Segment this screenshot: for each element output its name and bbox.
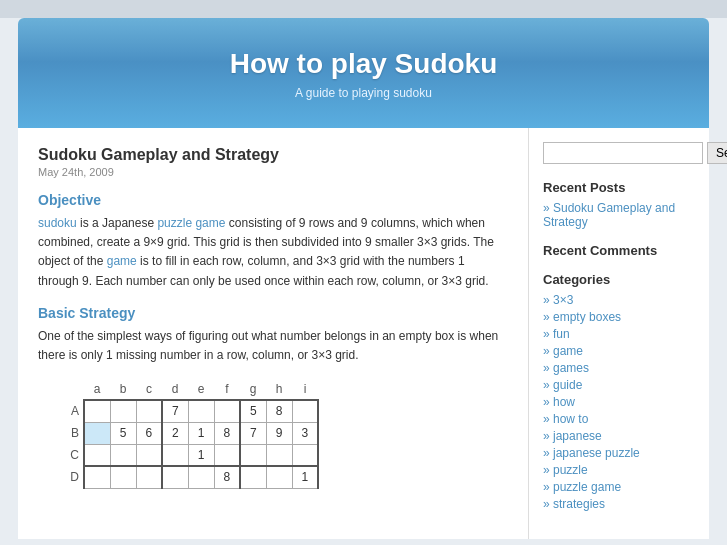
col-d: d — [162, 379, 188, 400]
corner-cell — [58, 379, 84, 400]
cell-c7 — [240, 444, 266, 466]
cell-d1 — [84, 466, 110, 488]
cell-b1 — [84, 422, 110, 444]
cell-a8: 8 — [266, 400, 292, 422]
category-link-4[interactable]: games — [543, 361, 695, 375]
col-b: b — [110, 379, 136, 400]
row-c: C 1 — [58, 444, 318, 466]
category-link-0[interactable]: 3×3 — [543, 293, 695, 307]
row-header-a: A — [58, 400, 84, 422]
cell-c4 — [162, 444, 188, 466]
category-link-10[interactable]: puzzle — [543, 463, 695, 477]
cell-b8: 9 — [266, 422, 292, 444]
cell-b4: 2 — [162, 422, 188, 444]
category-link-6[interactable]: how — [543, 395, 695, 409]
search-button[interactable]: Search — [707, 142, 727, 164]
categories-title: Categories — [543, 272, 695, 287]
category-link-3[interactable]: game — [543, 344, 695, 358]
cell-c3 — [136, 444, 162, 466]
recent-posts-section: Recent Posts Sudoku Gameplay and Strateg… — [543, 180, 695, 229]
cell-a1 — [84, 400, 110, 422]
recent-comments-section: Recent Comments — [543, 243, 695, 258]
row-b: B 5 6 2 1 8 7 9 3 — [58, 422, 318, 444]
cell-b6: 8 — [214, 422, 240, 444]
obj-text-1: is a Japanese — [77, 216, 158, 230]
cell-a4: 7 — [162, 400, 188, 422]
col-h: h — [266, 379, 292, 400]
site-header: How to play Sudoku A guide to playing su… — [18, 18, 709, 128]
cell-c5: 1 — [188, 444, 214, 466]
cell-a7: 5 — [240, 400, 266, 422]
cell-d6: 8 — [214, 466, 240, 488]
col-e: e — [188, 379, 214, 400]
category-link-7[interactable]: how to — [543, 412, 695, 426]
cell-d2 — [110, 466, 136, 488]
sidebar: Search Recent Posts Sudoku Gameplay and … — [529, 128, 709, 539]
objective-text: sudoku is a Japanese puzzle game consist… — [38, 214, 508, 291]
category-link-9[interactable]: japanese puzzle — [543, 446, 695, 460]
col-i: i — [292, 379, 318, 400]
site-title: How to play Sudoku — [38, 48, 689, 80]
cell-b3: 6 — [136, 422, 162, 444]
cell-d8 — [266, 466, 292, 488]
cell-c1 — [84, 444, 110, 466]
puzzle-game-link[interactable]: puzzle game — [157, 216, 225, 230]
cell-a5 — [188, 400, 214, 422]
cell-c2 — [110, 444, 136, 466]
categories-section: Categories 3×3 empty boxes fun game game… — [543, 272, 695, 511]
category-link-12[interactable]: strategies — [543, 497, 695, 511]
row-header-c: C — [58, 444, 84, 466]
row-header-b: B — [58, 422, 84, 444]
row-header-d: D — [58, 466, 84, 488]
row-d: D 8 1 — [58, 466, 318, 488]
sudoku-link[interactable]: sudoku — [38, 216, 77, 230]
cell-d7 — [240, 466, 266, 488]
search-input[interactable] — [543, 142, 703, 164]
cell-d9: 1 — [292, 466, 318, 488]
col-c: c — [136, 379, 162, 400]
basic-strategy-text: One of the simplest ways of figuring out… — [38, 327, 508, 365]
category-link-1[interactable]: empty boxes — [543, 310, 695, 324]
category-link-8[interactable]: japanese — [543, 429, 695, 443]
col-f: f — [214, 379, 240, 400]
recent-post-link-1[interactable]: Sudoku Gameplay and Strategy — [543, 201, 695, 229]
cell-b9: 3 — [292, 422, 318, 444]
cell-b2: 5 — [110, 422, 136, 444]
sudoku-grid-wrap: a b c d e f g h i — [58, 379, 508, 489]
site-subtitle: A guide to playing sudoku — [38, 86, 689, 100]
recent-comments-title: Recent Comments — [543, 243, 695, 258]
cell-d5 — [188, 466, 214, 488]
post-date: May 24th, 2009 — [38, 166, 508, 178]
post: Sudoku Gameplay and Strategy May 24th, 2… — [38, 146, 508, 489]
category-link-5[interactable]: guide — [543, 378, 695, 392]
recent-posts-title: Recent Posts — [543, 180, 695, 195]
cell-d3 — [136, 466, 162, 488]
cell-a3 — [136, 400, 162, 422]
category-link-11[interactable]: puzzle game — [543, 480, 695, 494]
category-link-2[interactable]: fun — [543, 327, 695, 341]
cell-c8 — [266, 444, 292, 466]
search-box: Search — [543, 142, 695, 164]
post-title: Sudoku Gameplay and Strategy — [38, 146, 508, 164]
cell-d4 — [162, 466, 188, 488]
cell-a9 — [292, 400, 318, 422]
game-link[interactable]: game — [107, 254, 137, 268]
sudoku-table: a b c d e f g h i — [58, 379, 319, 489]
cell-a6 — [214, 400, 240, 422]
main-content: Sudoku Gameplay and Strategy May 24th, 2… — [18, 128, 529, 539]
cell-b7: 7 — [240, 422, 266, 444]
cell-c6 — [214, 444, 240, 466]
cell-a2 — [110, 400, 136, 422]
cell-c9 — [292, 444, 318, 466]
col-a: a — [84, 379, 110, 400]
sudoku-col-header-row: a b c d e f g h i — [58, 379, 318, 400]
col-g: g — [240, 379, 266, 400]
row-a: A 7 5 8 — [58, 400, 318, 422]
basic-strategy-heading: Basic Strategy — [38, 305, 508, 321]
cell-b5: 1 — [188, 422, 214, 444]
objective-heading: Objective — [38, 192, 508, 208]
